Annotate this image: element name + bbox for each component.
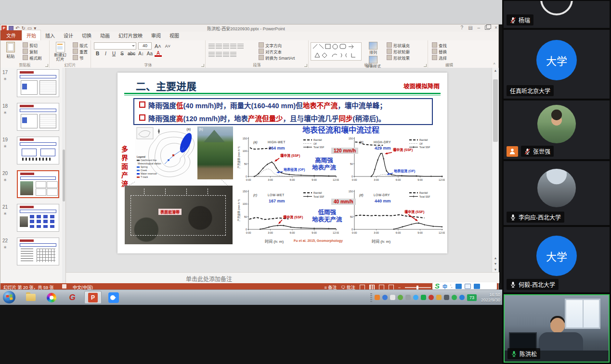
tray-icon[interactable] [421, 295, 426, 300]
slide-thumbnail-row[interactable]: 21∗ [0, 202, 65, 236]
ime-language-mode[interactable]: 中 [442, 283, 447, 290]
participant-tile-李向应-西北大学[interactable]: 李向应-西北大学 [504, 161, 610, 225]
tab-动画[interactable]: 动画 [96, 30, 114, 40]
clipboard-item-复制[interactable]: 复制 [23, 48, 42, 54]
font-button-Aa[interactable]: Aa [146, 51, 154, 57]
tray-icon[interactable] [452, 295, 457, 300]
slide-thumbnail-20[interactable] [17, 170, 59, 198]
ime-mic-icon[interactable] [455, 284, 462, 289]
slide-thumbnail-21[interactable] [17, 204, 59, 232]
taskbar-browser-icon[interactable] [43, 291, 60, 304]
ime-toolbox-icon[interactable] [474, 284, 480, 289]
restore-button[interactable] [485, 25, 490, 30]
slide-thumbnail-row[interactable]: 18∗ [0, 101, 65, 135]
taskbar-clock[interactable]: 16:50 2022/9/30 [481, 292, 500, 303]
close-button[interactable]: × [494, 25, 497, 30]
tab-开始[interactable]: 开始 [22, 30, 41, 40]
paragraph-item-文字方向[interactable]: 文字方向 [259, 42, 295, 48]
taskbar-folder-icon[interactable] [22, 291, 39, 304]
paste-button[interactable]: 粘贴 [1, 42, 20, 59]
font-button-A[interactable]: A [155, 51, 162, 57]
thumbnail-scrollbar[interactable] [62, 68, 65, 283]
clipboard-item-格式刷[interactable]: 格式刷 [23, 54, 42, 61]
tab-文件[interactable]: 文件 [0, 30, 22, 40]
shapes-gallery[interactable] [311, 42, 362, 61]
shape-style-item-形状效果[interactable]: 形状效果 [387, 54, 410, 61]
participant-tile-杨瑞[interactable]: 杨瑞 [504, 1, 610, 28]
alignment-icons[interactable] [208, 50, 237, 59]
taskbar-sogou-browser-icon[interactable]: G [64, 291, 81, 304]
font-name-select[interactable] [94, 42, 136, 50]
bullet-list-icons[interactable] [208, 42, 245, 50]
collapse-ribbon-icon[interactable]: ˄ [493, 62, 495, 66]
slide-thumbnail-row[interactable]: 20∗ [0, 169, 65, 202]
ime-keyboard-icon[interactable] [465, 284, 471, 289]
shrink-font-icon[interactable]: A˅ [164, 44, 171, 49]
font-size-select[interactable]: 40 [138, 42, 152, 50]
slide-thumbnail-19[interactable] [17, 137, 59, 164]
font-dialog-launcher-icon[interactable] [201, 64, 204, 67]
ime-punctuation[interactable]: ’, [450, 284, 453, 289]
help-button[interactable]: ? [461, 25, 464, 30]
slides-item-重置[interactable]: 重置 [73, 48, 88, 54]
slides-item-版式[interactable]: 版式 [73, 42, 88, 48]
font-button-A↕[interactable]: A↕ [137, 51, 145, 57]
canvas-scrollbar[interactable]: ▲ ▲ ▼ ▼ [492, 68, 499, 272]
start-button[interactable] [3, 291, 15, 303]
tab-插入[interactable]: 插入 [41, 30, 59, 40]
font-button-I[interactable]: I [102, 51, 109, 57]
taskbar-meeting-app-icon[interactable] [105, 291, 122, 304]
ribbon-display-button[interactable]: ▤ [468, 25, 472, 30]
slide-thumbnail-22[interactable] [17, 238, 59, 265]
spellcheck-icon[interactable] [62, 284, 66, 289]
slide-thumbnail-row[interactable]: 19∗ [0, 135, 65, 169]
slide-thumbnail-row[interactable]: 22∗ [0, 236, 65, 270]
new-slide-button[interactable]: 新建幻灯片 [51, 42, 70, 62]
paragraph-dialog-launcher-icon[interactable] [304, 64, 307, 67]
save-icon[interactable] [9, 26, 13, 31]
tray-icon[interactable] [390, 295, 395, 300]
grow-font-icon[interactable]: A˄ [154, 43, 162, 49]
tray-icon[interactable] [405, 295, 411, 300]
ime-toolbar[interactable]: S 中 ’, [432, 282, 497, 290]
font-button-B[interactable]: B [94, 51, 101, 57]
participant-tile-任真听北京大学[interactable]: 大学任真听北京大学 [504, 30, 610, 99]
clipboard-item-剪切[interactable]: 剪切 [23, 42, 42, 48]
tray-icon[interactable] [459, 295, 465, 300]
tab-设计[interactable]: 设计 [59, 30, 78, 40]
font-button-U[interactable]: U [110, 51, 117, 57]
shape-style-item-形状轮廓[interactable]: 形状轮廓 [387, 48, 410, 54]
editing-item-查找[interactable]: 查找 [432, 42, 447, 48]
tab-视图[interactable]: 视图 [165, 30, 183, 40]
paragraph-item-转换为 SmartArt[interactable]: 转换为 SmartArt [259, 54, 295, 61]
font-button-abc[interactable]: abc [127, 51, 136, 57]
battery-indicator[interactable]: 73 [467, 294, 477, 301]
notes-pane[interactable]: 单击此处添加备注 [66, 272, 499, 283]
tab-审阅[interactable]: 审阅 [147, 30, 165, 40]
font-button-S[interactable]: S [118, 51, 126, 57]
tray-icon[interactable] [413, 295, 418, 300]
tray-icon[interactable] [436, 295, 442, 300]
zoom-slider[interactable] [405, 287, 431, 288]
participant-tile-张世强[interactable]: 张世强 [504, 100, 610, 159]
clipboard-dialog-launcher-icon[interactable] [45, 64, 48, 67]
tab-幻灯片放映[interactable]: 幻灯片放映 [114, 30, 147, 40]
taskbar-powerpoint-icon[interactable]: P [84, 291, 102, 304]
tray-icon[interactable] [429, 295, 434, 300]
slide-thumbnail-17[interactable] [17, 69, 59, 97]
participant-tile-何毅-西北大学[interactable]: 大学何毅-西北大学 [504, 227, 610, 292]
zoom-out-icon[interactable]: − [398, 285, 401, 290]
slides-item-节[interactable]: 节 [73, 54, 88, 61]
tray-icon[interactable] [444, 295, 449, 300]
editing-item-替换[interactable]: 替换 [432, 48, 447, 54]
slide-thumbnail-18[interactable] [17, 103, 59, 131]
tray-expand-handle[interactable] [370, 293, 372, 302]
shape-style-item-形状填充[interactable]: 形状填充 [387, 42, 410, 48]
tray-icon[interactable] [398, 295, 403, 300]
tray-icon[interactable] [382, 295, 388, 300]
minimize-button[interactable]: – [478, 25, 481, 30]
drawing-dialog-launcher-icon[interactable] [424, 64, 427, 67]
slide-thumbnail-row[interactable]: 17∗ [0, 68, 65, 101]
editing-item-选择[interactable]: 选择 [432, 54, 447, 61]
sogou-logo-icon[interactable]: S [435, 283, 440, 289]
